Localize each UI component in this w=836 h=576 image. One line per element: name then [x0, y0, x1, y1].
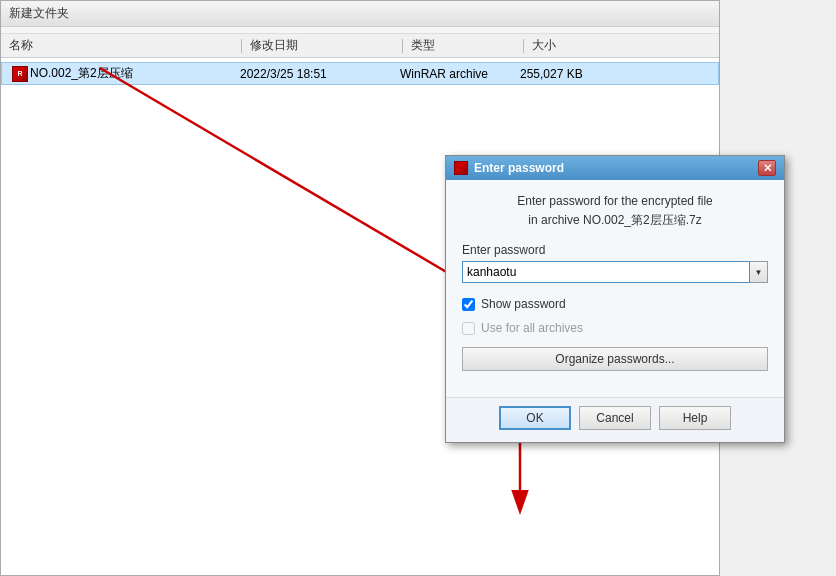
file-date: 2022/3/25 18:51 — [240, 67, 400, 81]
password-input-row: ▼ — [462, 261, 768, 283]
column-header: 名称 修改日期 类型 大小 — [1, 34, 719, 58]
use-all-archives-row: Use for all archives — [462, 321, 768, 335]
col-date-header: 修改日期 — [242, 37, 402, 54]
explorer-content: R NO.002_第2层压缩 2022/3/25 18:51 WinRAR ar… — [1, 58, 719, 89]
file-type: WinRAR archive — [400, 67, 520, 81]
explorer-title: 新建文件夹 — [9, 6, 69, 20]
password-label: Enter password — [462, 243, 768, 257]
organize-passwords-button[interactable]: Organize passwords... — [462, 347, 768, 371]
dialog-footer: OK Cancel Help — [446, 397, 784, 442]
titlebar-left: Enter password — [454, 161, 564, 175]
show-password-label: Show password — [481, 297, 566, 311]
col-name-header: 名称 — [1, 37, 241, 54]
show-password-row: Show password — [462, 297, 768, 311]
col-type-header: 类型 — [403, 37, 523, 54]
file-size: 255,027 KB — [520, 67, 620, 81]
dialog-archive-name: in archive NO.002_第2层压缩.7z — [462, 212, 768, 229]
password-dropdown-button[interactable]: ▼ — [750, 261, 768, 283]
ok-button[interactable]: OK — [499, 406, 571, 430]
dialog-title: Enter password — [474, 161, 564, 175]
file-icon: R — [10, 66, 30, 82]
dialog-winrar-icon — [454, 161, 468, 175]
enter-password-dialog: Enter password ✕ Enter password for the … — [445, 155, 785, 443]
use-all-label: Use for all archives — [481, 321, 583, 335]
cancel-button[interactable]: Cancel — [579, 406, 651, 430]
explorer-header: 新建文件夹 — [1, 1, 719, 27]
dialog-body: Enter password for the encrypted file in… — [446, 180, 784, 397]
password-input[interactable] — [462, 261, 750, 283]
dialog-titlebar: Enter password ✕ — [446, 156, 784, 180]
dialog-close-button[interactable]: ✕ — [758, 160, 776, 176]
table-row[interactable]: R NO.002_第2层压缩 2022/3/25 18:51 WinRAR ar… — [1, 62, 719, 85]
use-all-checkbox[interactable] — [462, 322, 475, 335]
help-button[interactable]: Help — [659, 406, 731, 430]
dialog-info-line1: Enter password for the encrypted file — [462, 194, 768, 208]
col-size-header: 大小 — [524, 37, 624, 54]
show-password-checkbox[interactable] — [462, 298, 475, 311]
winrar-icon: R — [12, 66, 28, 82]
explorer-toolbar — [1, 27, 719, 34]
file-name: NO.002_第2层压缩 — [30, 65, 240, 82]
